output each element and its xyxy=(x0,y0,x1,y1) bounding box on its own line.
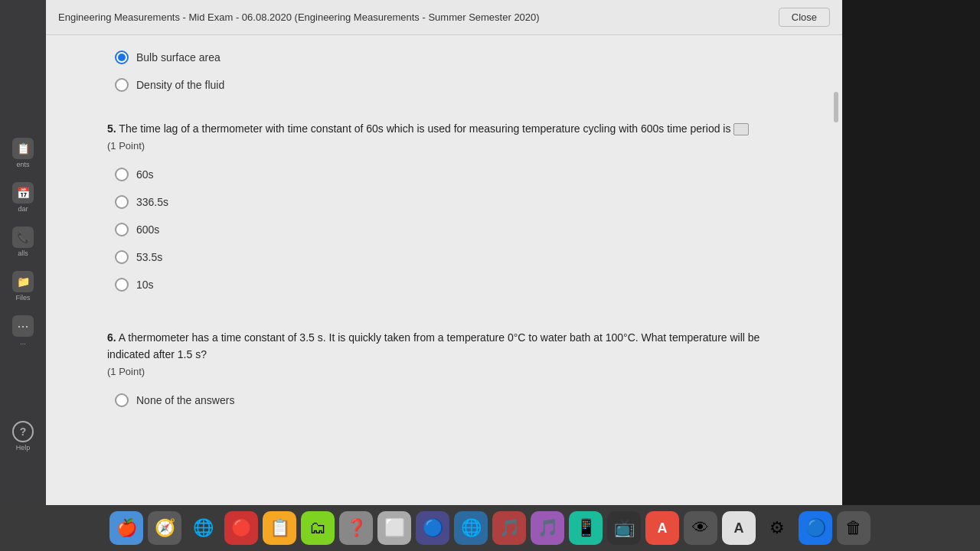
dock-icon-9[interactable]: 🔵 xyxy=(416,511,449,545)
dock-icon-7[interactable]: ❓ xyxy=(339,511,373,545)
dock-icon-A2[interactable]: A xyxy=(722,511,756,545)
dock-icon-17[interactable]: 🔵 xyxy=(799,511,832,545)
formula-placeholder xyxy=(733,123,749,135)
dock-icon-11[interactable]: 🎵 xyxy=(492,511,526,545)
dock-icon-8[interactable]: ⬜ xyxy=(377,511,411,545)
radio-q5-336s[interactable] xyxy=(115,195,129,209)
prev-option-bulb[interactable]: Bulb surface area xyxy=(107,51,796,64)
radio-q5-10s[interactable] xyxy=(115,278,129,292)
files-icon: 📁 xyxy=(12,271,34,292)
radio-inner-bulb xyxy=(118,54,126,61)
app-sidebar: 📋 ents 📅 dar 📞 alls 📁 Files ··· ... ? He… xyxy=(0,0,46,505)
help-icon: ? xyxy=(12,421,34,442)
dock-icon-2[interactable]: 🧭 xyxy=(148,511,181,545)
exam-content: Bulb surface area Density of the fluid 5… xyxy=(46,35,842,505)
sidebar-item-more[interactable]: ··· ... xyxy=(12,315,34,346)
prev-option-density[interactable]: Density of the fluid xyxy=(107,78,796,92)
q5-option-10s[interactable]: 10s xyxy=(107,278,796,292)
option-label-q5-60s: 60s xyxy=(136,168,154,181)
right-dark-panel xyxy=(842,0,980,505)
dock-icon-15[interactable]: 👁 xyxy=(684,511,717,545)
help-item[interactable]: ? Help xyxy=(12,421,34,452)
spacer-2 xyxy=(107,315,796,330)
q5-option-600s[interactable]: 600s xyxy=(107,223,796,236)
dock-icon-A[interactable]: A xyxy=(645,511,679,545)
help-label: Help xyxy=(16,444,31,452)
option-label-q6-none: None of the answers xyxy=(136,394,234,406)
question-6-block: 6. A thermometer has a time constant of … xyxy=(107,330,796,407)
dock-finder[interactable]: 🍎 xyxy=(109,511,143,545)
sidebar-item-files[interactable]: 📁 Files xyxy=(12,271,34,302)
sidebar-label-files: Files xyxy=(15,294,30,302)
dock-icon-10[interactable]: 🌐 xyxy=(454,511,488,545)
question-5-text: 5. The time lag of a thermometer with ti… xyxy=(107,121,796,154)
scrollbar[interactable] xyxy=(833,31,839,505)
sidebar-label-dar: dar xyxy=(18,205,28,213)
q5-option-336s[interactable]: 336.5s xyxy=(107,195,796,209)
dock-icon-6[interactable]: 🗂 xyxy=(301,511,335,545)
radio-bulb-surface[interactable] xyxy=(115,51,129,64)
radio-q5-600s[interactable] xyxy=(115,223,129,236)
dock-icon-5[interactable]: 📋 xyxy=(263,511,296,545)
radio-q6-none[interactable] xyxy=(115,393,129,407)
dock-icon-13[interactable]: 📱 xyxy=(569,511,603,545)
sidebar-label-more: ... xyxy=(20,338,26,346)
sidebar-item-alls[interactable]: 📞 alls xyxy=(12,227,34,257)
option-label-q5-336s: 336.5s xyxy=(136,196,168,208)
radio-q5-535s[interactable] xyxy=(115,250,129,264)
radio-q5-60s[interactable] xyxy=(115,168,129,181)
question-6-points: (1 Point) xyxy=(107,366,145,377)
option-label-density: Density of the fluid xyxy=(136,79,224,91)
scroll-thumb[interactable] xyxy=(834,92,838,122)
option-label-bulb: Bulb surface area xyxy=(136,51,220,64)
radio-density[interactable] xyxy=(115,78,129,92)
q5-option-535s[interactable]: 53.5s xyxy=(107,250,796,264)
close-button[interactable]: Close xyxy=(779,8,830,27)
ents-icon: 📋 xyxy=(12,138,34,159)
dock-trash[interactable]: 🗑 xyxy=(837,511,871,545)
dock-icon-14[interactable]: 📺 xyxy=(607,511,641,545)
exam-title: Engineering Measurements - Mid Exam - 06… xyxy=(58,11,540,23)
dock-icon-3[interactable]: 🌐 xyxy=(186,511,220,545)
dock-icon-16[interactable]: ⚙ xyxy=(760,511,794,545)
question-5-block: 5. The time lag of a thermometer with ti… xyxy=(107,121,796,292)
spacer-1 xyxy=(107,106,796,121)
q5-option-60s[interactable]: 60s xyxy=(107,168,796,181)
option-label-q5-10s: 10s xyxy=(136,279,154,291)
more-icon: ··· xyxy=(12,315,34,337)
sidebar-label-ents: ents xyxy=(16,161,29,168)
dock-icon-12[interactable]: 🎵 xyxy=(531,511,564,545)
option-label-q5-535s: 53.5s xyxy=(136,251,162,263)
dock-icon-4[interactable]: 🔴 xyxy=(224,511,258,545)
sidebar-label-alls: alls xyxy=(18,249,28,257)
sidebar-item-ents[interactable]: 📋 ents xyxy=(12,138,34,168)
sidebar-item-dar[interactable]: 📅 dar xyxy=(12,182,34,213)
q6-option-none[interactable]: None of the answers xyxy=(107,393,796,407)
option-label-q5-600s: 600s xyxy=(136,223,159,236)
question-6-text: 6. A thermometer has a time constant of … xyxy=(107,330,796,380)
exam-window: Engineering Measurements - Mid Exam - 06… xyxy=(46,0,842,505)
alls-icon: 📞 xyxy=(12,227,34,248)
dar-icon: 📅 xyxy=(12,182,34,204)
mac-dock: 🍎 🧭 🌐 🔴 📋 🗂 ❓ ⬜ 🔵 🌐 🎵 🎵 📱 📺 A 👁 A ⚙ 🔵 🗑 xyxy=(0,505,980,551)
question-5-points: (1 Point) xyxy=(107,140,145,152)
exam-titlebar: Engineering Measurements - Mid Exam - 06… xyxy=(46,0,842,35)
